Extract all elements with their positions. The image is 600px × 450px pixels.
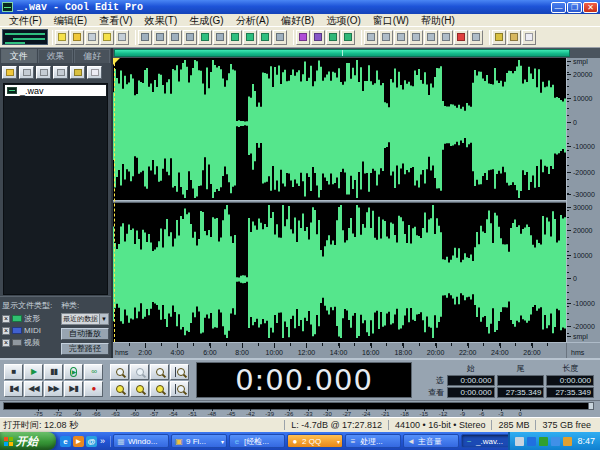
internet-explorer-icon[interactable]: e (60, 436, 71, 447)
tray-antivirus-icon[interactable] (539, 437, 548, 446)
menu-item-5[interactable]: 分析(A) (230, 14, 275, 26)
messenger-icon[interactable]: @ (86, 436, 97, 447)
copy-to-new-button[interactable] (258, 30, 272, 45)
markers-button[interactable] (454, 30, 468, 45)
play-controls-button[interactable] (364, 30, 378, 45)
stop-button[interactable]: ■ (4, 364, 23, 380)
minimize-button[interactable]: — (551, 2, 566, 13)
start-button[interactable]: 开始 (0, 432, 56, 450)
menu-item-8[interactable]: 窗口(W) (367, 14, 415, 26)
play-list-button[interactable] (424, 30, 438, 45)
file-item[interactable]: _.wav (5, 85, 106, 96)
redo-button[interactable] (153, 30, 167, 45)
timeline-ruler[interactable]: hms 2:004:006:008:0010:0012:0014:0016:00… (113, 342, 600, 358)
loop-controls-button[interactable] (394, 30, 408, 45)
task-windows-explorer[interactable]: ▦Windo... (113, 434, 169, 448)
filter-checkbox[interactable]: × (2, 327, 10, 335)
zoom-out-horizontal-button[interactable] (130, 381, 149, 397)
organizer-tab-2[interactable]: 偏好 (74, 49, 110, 63)
menu-item-2[interactable]: 查看(V) (93, 14, 138, 26)
mix-paste-button[interactable] (243, 30, 257, 45)
view-length-value[interactable]: 27:35.349 (546, 387, 594, 398)
level-meter[interactable]: -75-72-69-66-63-60-57-54-51-48-45-42-39-… (0, 400, 600, 417)
quick-launch-chevron[interactable]: » (99, 436, 106, 446)
rewind-button[interactable]: ◀◀ (24, 381, 43, 397)
menu-item-1[interactable]: 编辑(E) (48, 14, 93, 26)
task-volume[interactable]: ◄主音量 (403, 434, 459, 448)
pause-button[interactable]: ▮▮ (44, 364, 63, 380)
go-to-end-button[interactable]: ▶▮ (64, 381, 83, 397)
sort-dropdown[interactable]: 最近的数据 ▼ (61, 313, 109, 325)
settings-button[interactable] (492, 30, 506, 45)
cut-button[interactable] (168, 30, 182, 45)
playback-cursor[interactable] (114, 58, 115, 342)
play-looped-button[interactable]: ▶ (64, 364, 83, 380)
fullpath-button[interactable]: 完整路径 (61, 343, 109, 355)
paste-button[interactable] (228, 30, 242, 45)
scissors-button[interactable] (213, 30, 227, 45)
copy-button[interactable] (198, 30, 212, 45)
save-file-button[interactable] (85, 30, 99, 45)
panel-options-button[interactable] (70, 66, 85, 79)
multitrack-view-button[interactable] (311, 30, 325, 45)
tray-clock[interactable]: 8:47 (577, 436, 595, 446)
task-ie-page[interactable]: e[经检... (229, 434, 285, 448)
waveform-right-channel[interactable] (113, 203, 566, 340)
selection-marker-icon[interactable] (113, 58, 120, 65)
autoplay-button[interactable]: 自动播放 (61, 328, 109, 340)
filter-checkbox[interactable]: × (2, 339, 10, 347)
file-properties-button[interactable] (115, 30, 129, 45)
task-file-group[interactable]: ▣9 Fi...▾ (171, 434, 227, 448)
help-button[interactable] (522, 30, 536, 45)
task-qq[interactable]: ●2 QQ▾ (287, 434, 343, 448)
window-options-button[interactable] (469, 30, 483, 45)
filter-checkbox[interactable]: × (2, 315, 10, 323)
open-file-button[interactable] (2, 66, 17, 79)
task-dropdown-icon[interactable]: ▾ (221, 438, 224, 445)
loop-button[interactable]: ∞ (84, 364, 103, 380)
scripts-button[interactable] (507, 30, 521, 45)
record-controls-button[interactable] (379, 30, 393, 45)
spectral-view-button[interactable] (326, 30, 340, 45)
mixers-button[interactable] (439, 30, 453, 45)
zoom-in-button[interactable] (110, 364, 129, 380)
panel-help-button[interactable] (87, 66, 102, 79)
zoom-to-right-edge-button[interactable] (170, 381, 189, 397)
waveform-preview-widget[interactable] (2, 29, 48, 45)
save-as-button[interactable] (100, 30, 114, 45)
insert-to-cd-button[interactable] (53, 66, 68, 79)
selection-length-value[interactable]: 0:00.000 (546, 375, 594, 386)
undo-button[interactable] (138, 30, 152, 45)
crop-button[interactable] (183, 30, 197, 45)
tray-cards-icon[interactable] (515, 437, 524, 446)
close-button[interactable]: ✕ (583, 2, 598, 13)
zoom-in-horizontal-button[interactable] (110, 381, 129, 397)
tray-audio-icon[interactable] (563, 437, 572, 446)
file-list[interactable]: _.wav (3, 83, 108, 295)
play-button[interactable]: ▶ (24, 364, 43, 380)
waveform-canvas[interactable] (113, 58, 566, 342)
zoom-out-button[interactable] (130, 364, 149, 380)
restore-button[interactable]: ❐ (567, 2, 582, 13)
organizer-tab-0[interactable]: 文件 (1, 49, 37, 63)
open-file-button[interactable] (70, 30, 84, 45)
new-file-button[interactable] (55, 30, 69, 45)
tray-language-icon[interactable] (527, 437, 536, 446)
delete-selection-button[interactable] (273, 30, 287, 45)
cue-list-button[interactable] (409, 30, 423, 45)
waveform-left-channel[interactable] (113, 58, 566, 200)
organizer-tab-1[interactable]: 效果 (38, 49, 74, 63)
menu-item-3[interactable]: 效果(T) (138, 14, 183, 26)
menu-item-4[interactable]: 生成(G) (183, 14, 229, 26)
cd-project-view-button[interactable] (341, 30, 355, 45)
zoom-full-button[interactable] (150, 364, 169, 380)
selection-end-value[interactable] (497, 375, 545, 386)
view-start-value[interactable]: 0:00.000 (447, 387, 495, 398)
horizontal-scrollbar[interactable] (114, 49, 570, 57)
media-player-icon[interactable]: ► (73, 436, 84, 447)
menu-item-7[interactable]: 选项(O) (320, 14, 366, 26)
menu-item-9[interactable]: 帮助(H) (415, 14, 461, 26)
close-file-button[interactable] (19, 66, 34, 79)
selection-start-value[interactable]: 0:00.000 (447, 375, 495, 386)
edit-waveform-view-button[interactable] (296, 30, 310, 45)
